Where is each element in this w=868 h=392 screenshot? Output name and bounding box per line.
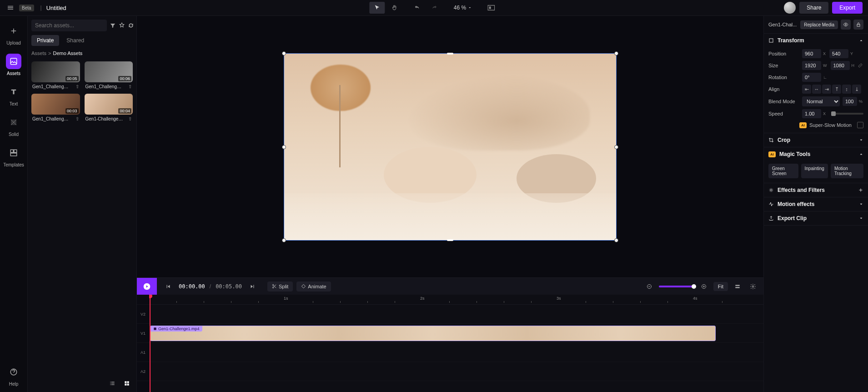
plus-icon[interactable] — [858, 187, 863, 193]
export-button[interactable]: Export — [832, 2, 863, 14]
motion-tracking-button[interactable]: Motion Tracking — [831, 164, 863, 178]
split-button[interactable]: Split — [267, 281, 293, 291]
next-frame-button[interactable] — [246, 281, 258, 292]
zoom-out-button[interactable] — [643, 281, 655, 292]
position-x-input[interactable] — [802, 49, 821, 58]
green-screen-button[interactable]: Green Screen — [768, 164, 798, 178]
asset-card[interactable]: 00:04 Gen1-Challenge1...⇧ — [85, 94, 133, 121]
asset-pin-icon[interactable]: ⇧ — [128, 84, 132, 89]
resize-handle-tl[interactable] — [282, 51, 286, 55]
prev-frame-button[interactable] — [162, 281, 174, 292]
undo-button[interactable] — [409, 2, 425, 14]
inpainting-button[interactable]: Inpainting — [801, 164, 828, 178]
playhead[interactable] — [150, 295, 151, 392]
play-button[interactable] — [137, 278, 157, 295]
track-a2[interactable] — [149, 362, 763, 381]
svg-point-13 — [272, 284, 274, 286]
rail-templates[interactable]: Templates — [4, 142, 23, 170]
hand-tool[interactable] — [386, 2, 402, 14]
lock-button[interactable] — [853, 20, 863, 30]
align-center-v-button[interactable]: ↕ — [842, 85, 851, 94]
size-w-input[interactable] — [802, 61, 821, 70]
link-icon[interactable] — [858, 63, 863, 68]
speed-input[interactable] — [802, 109, 821, 118]
resize-handle-bm[interactable] — [447, 239, 453, 241]
project-title[interactable]: Untitled — [46, 5, 66, 11]
breadcrumb-root[interactable]: Assets — [31, 50, 46, 56]
menu-button[interactable] — [5, 3, 15, 13]
pin-button[interactable] — [119, 20, 125, 31]
exportclip-header[interactable]: Export Clip — [764, 211, 868, 225]
timeline-zoom-slider[interactable] — [659, 286, 694, 287]
resize-handle-br[interactable] — [614, 238, 618, 242]
align-right-button[interactable]: ⇥ — [822, 85, 831, 94]
track-v2[interactable] — [149, 305, 763, 324]
fit-button[interactable]: Fit — [713, 282, 728, 291]
ssm-checkbox[interactable] — [857, 122, 863, 128]
asset-pin-icon[interactable]: ⇧ — [75, 116, 79, 121]
share-button[interactable]: Share — [799, 2, 828, 14]
resize-handle-ml[interactable] — [282, 145, 286, 149]
user-avatar[interactable] — [784, 2, 796, 14]
track-label-v1[interactable]: V1 — [137, 324, 149, 343]
select-tool[interactable] — [369, 2, 385, 14]
asset-pin-icon[interactable]: ⇧ — [75, 84, 79, 89]
filter-button[interactable] — [110, 20, 116, 31]
resize-handle-tr[interactable] — [614, 51, 618, 55]
rail-text[interactable]: Text — [4, 81, 23, 109]
zoom-in-button[interactable] — [698, 281, 710, 292]
rail-assets[interactable]: Assets — [4, 51, 23, 79]
resize-handle-tm[interactable] — [447, 53, 453, 55]
time-ruler[interactable]: 1s 2s 3s 4s — [149, 295, 763, 305]
timeline-settings-button[interactable] — [747, 281, 759, 292]
speed-slider[interactable] — [831, 113, 863, 115]
align-top-button[interactable]: ⤒ — [832, 85, 841, 94]
blendmode-select[interactable]: Normal — [802, 96, 840, 106]
track-label-a2[interactable]: A2 — [137, 362, 149, 381]
tab-private[interactable]: Private — [31, 35, 59, 46]
aspect-ratio-button[interactable] — [483, 2, 499, 14]
resize-handle-bl[interactable] — [282, 238, 286, 242]
viewport[interactable] — [137, 16, 763, 277]
blendmode-label: Blend Mode — [768, 99, 799, 104]
timeline-options-button[interactable] — [732, 281, 743, 292]
video-frame[interactable] — [284, 53, 617, 241]
transform-header[interactable]: Transform — [764, 34, 868, 47]
redo-button[interactable] — [426, 2, 442, 14]
size-h-input[interactable] — [831, 61, 850, 70]
crop-header[interactable]: Crop — [764, 133, 868, 147]
track-label-a1[interactable]: A1 — [137, 343, 149, 362]
tracks-area[interactable]: 1s 2s 3s 4s Gen1-Challenge1.mp4 — [149, 295, 763, 392]
asset-card[interactable]: 00:06 Gen1_Challenge3...⇧ — [85, 61, 133, 89]
list-view-button[interactable] — [106, 377, 118, 389]
track-label-v2[interactable]: V2 — [137, 305, 149, 324]
align-center-h-button[interactable]: ↔ — [812, 85, 821, 94]
asset-pin-icon[interactable]: ⇧ — [128, 116, 132, 121]
rail-upload[interactable]: Upload — [4, 20, 23, 48]
magic-tools-header[interactable]: AI Magic Tools — [764, 147, 868, 161]
rail-solid[interactable]: Solid — [4, 112, 23, 140]
timeline-clip[interactable]: Gen1-Challenge1.mp4 — [150, 326, 716, 341]
align-left-button[interactable]: ⇤ — [802, 85, 811, 94]
track-a1[interactable] — [149, 343, 763, 362]
exportclip-title: Export Clip — [778, 215, 855, 221]
sync-button[interactable] — [128, 20, 134, 31]
tab-shared[interactable]: Shared — [61, 35, 90, 46]
rail-help[interactable]: Help — [4, 362, 23, 389]
grid-view-button[interactable] — [121, 377, 133, 389]
replace-media-button[interactable]: Replace Media — [800, 20, 838, 29]
track-v1[interactable]: Gen1-Challenge1.mp4 — [149, 324, 763, 343]
resize-handle-mr[interactable] — [614, 145, 618, 149]
effects-header[interactable]: Effects and Filters — [764, 183, 868, 197]
asset-card[interactable]: 00:03 Gen1_Challenge2...⇧ — [31, 94, 80, 121]
visibility-button[interactable] — [841, 20, 851, 30]
position-y-input[interactable] — [829, 49, 848, 58]
animate-button[interactable]: Animate — [296, 281, 331, 291]
zoom-display[interactable]: 46 % — [449, 5, 476, 11]
motionfx-header[interactable]: Motion effects — [764, 197, 868, 211]
rotation-input[interactable] — [802, 73, 821, 82]
asset-card[interactable]: 00:05 Gen1_Challenge4...⇧ — [31, 61, 80, 89]
search-input[interactable] — [31, 20, 107, 31]
align-bottom-button[interactable]: ⤓ — [852, 85, 861, 94]
opacity-input[interactable] — [843, 97, 857, 106]
